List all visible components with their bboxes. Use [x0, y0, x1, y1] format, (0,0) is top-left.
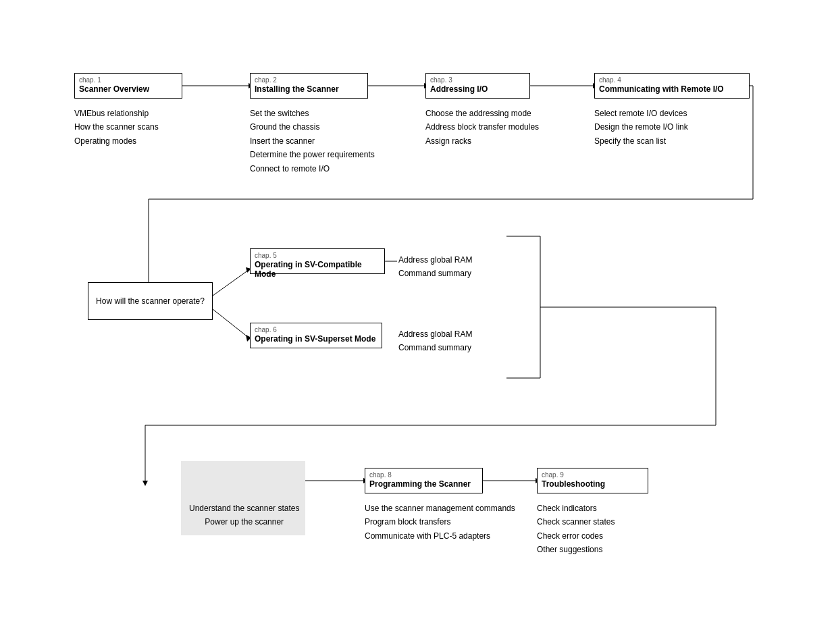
chap8-box: chap. 8 Programming the Scanner	[365, 468, 483, 493]
chap5-content: Address global RAM Command summary	[398, 253, 472, 281]
list-item: Specify the scan list	[594, 134, 688, 148]
chap9-content: Check indicators Check scanner states Ch…	[537, 502, 615, 557]
list-item: Set the switches	[250, 107, 375, 120]
list-item: Ground the chassis	[250, 120, 375, 134]
chap9-title: Troubleshooting	[542, 479, 605, 489]
chap9-box: chap. 9 Troubleshooting	[537, 468, 648, 493]
list-item: Power up the scanner	[189, 515, 299, 529]
chap3-label: chap. 3	[430, 76, 452, 84]
chap2-content: Set the switches Ground the chassis Inse…	[250, 107, 375, 176]
chap3-content: Choose the addressing mode Address block…	[425, 107, 539, 148]
list-item: Program block transfers	[365, 515, 515, 529]
list-item: How the scanner scans	[74, 120, 159, 134]
chap1-box: chap. 1 Scanner Overview	[74, 73, 182, 99]
list-item: Command summary	[398, 267, 472, 280]
svg-marker-23	[142, 481, 148, 486]
svg-line-13	[213, 309, 249, 338]
list-item: Address block transfer modules	[425, 120, 539, 134]
list-item: Command summary	[398, 341, 472, 354]
chap8-title: Programming the Scanner	[369, 479, 471, 489]
chap6-box: chap. 6 Operating in SV-Superset Mode	[250, 323, 382, 348]
list-item: Check indicators	[537, 502, 615, 515]
diagram: chap. 1 Scanner Overview chap. 2 Install…	[0, 0, 834, 644]
chap4-label: chap. 4	[599, 76, 621, 84]
list-item: VMEbus relationship	[74, 107, 159, 120]
list-item: Understand the scanner states	[189, 502, 299, 515]
chap5-title: Operating in SV-Compatible Mode	[255, 260, 362, 279]
chap3-title: Addressing I/O	[430, 84, 488, 94]
list-item: Insert the scanner	[250, 134, 375, 148]
chap6-title: Operating in SV-Superset Mode	[255, 334, 375, 344]
list-item: Operating modes	[74, 134, 159, 148]
chap4-content: Select remote I/O devices Design the rem…	[594, 107, 688, 148]
chap4-title: Communicating with Remote I/O	[599, 84, 724, 94]
decision-text: How will the scanner operate?	[96, 296, 205, 306]
chap5-label: chap. 5	[255, 252, 277, 259]
list-item: Communicate with PLC-5 adapters	[365, 529, 515, 543]
chap2-label: chap. 2	[255, 76, 277, 84]
chap7-content: Understand the scanner states Power up t…	[189, 502, 299, 529]
chap4-box: chap. 4 Communicating with Remote I/O	[594, 73, 750, 99]
list-item: Select remote I/O devices	[594, 107, 688, 120]
list-item: Address global RAM	[398, 327, 472, 341]
chap6-label: chap. 6	[255, 326, 277, 333]
chap9-label: chap. 9	[542, 471, 564, 479]
list-item: Assign racks	[425, 134, 539, 148]
list-item: Determine the power requirements	[250, 148, 375, 161]
svg-line-11	[213, 270, 249, 296]
list-item: Address global RAM	[398, 253, 472, 267]
chap8-label: chap. 8	[369, 471, 392, 479]
list-item: Choose the addressing mode	[425, 107, 539, 120]
list-item: Other suggestions	[537, 543, 615, 556]
decision-box: How will the scanner operate?	[88, 282, 213, 320]
list-item: Check scanner states	[537, 515, 615, 529]
chap1-label: chap. 1	[79, 76, 101, 84]
chap5-box: chap. 5 Operating in SV-Compatible Mode	[250, 248, 385, 274]
chap1-title: Scanner Overview	[79, 84, 149, 94]
list-item: Design the remote I/O link	[594, 120, 688, 134]
chap8-content: Use the scanner management commands Prog…	[365, 502, 515, 543]
list-item: Check error codes	[537, 529, 615, 543]
chap2-title: Installing the Scanner	[255, 84, 339, 94]
chap2-box: chap. 2 Installing the Scanner	[250, 73, 368, 99]
chap6-content: Address global RAM Command summary	[398, 327, 472, 355]
list-item: Use the scanner management commands	[365, 502, 515, 515]
chap1-content: VMEbus relationship How the scanner scan…	[74, 107, 159, 148]
list-item: Connect to remote I/O	[250, 162, 375, 176]
chap3-box: chap. 3 Addressing I/O	[425, 73, 530, 99]
